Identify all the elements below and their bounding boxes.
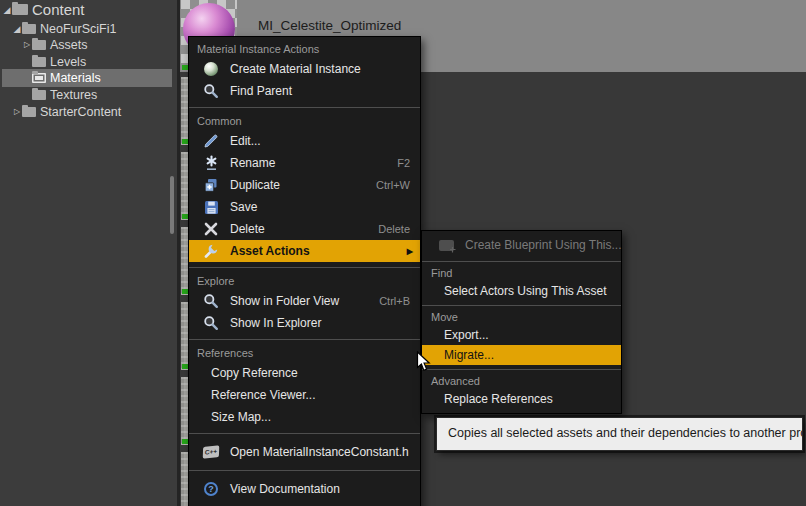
- menu-section-header-advanced: Advanced: [422, 373, 621, 389]
- menu-item-label: Copy Reference: [211, 366, 298, 380]
- sidebar-item-label: Assets: [50, 38, 88, 52]
- sidebar-item-label: Levels: [50, 55, 86, 69]
- folder-icon: [32, 57, 46, 67]
- menu-item-save[interactable]: Save: [189, 196, 420, 218]
- menu-item-size-map[interactable]: Size Map...: [189, 406, 420, 428]
- rename-icon: [201, 154, 221, 172]
- menu-item-label: Select Actors Using This Asset: [444, 284, 607, 298]
- menu-item-show-in-explorer[interactable]: Show In Explorer: [189, 312, 420, 334]
- menu-separator: [422, 261, 621, 262]
- menu-separator: [189, 433, 420, 434]
- material-sphere-icon: [201, 60, 221, 78]
- menu-item-create-material-instance[interactable]: Create Material Instance: [189, 58, 420, 80]
- menu-item-reference-viewer[interactable]: Reference Viewer...: [189, 384, 420, 406]
- migrate-tooltip: Copies all selected assets and their dep…: [436, 417, 803, 451]
- tree-expander-icon[interactable]: ▷: [12, 107, 22, 117]
- menu-separator: [189, 267, 420, 268]
- folder-icon: [22, 24, 36, 34]
- magnifier-icon: [201, 292, 221, 310]
- menu-item-export[interactable]: Export...: [422, 325, 621, 345]
- wrench-icon: [201, 242, 221, 260]
- help-icon: ?: [201, 480, 221, 498]
- panel-splitter[interactable]: [177, 0, 180, 506]
- content-browser-window: ◢Content◢NeoFurSciFi1▷AssetsLevelsMateri…: [0, 0, 806, 506]
- sidebar-item-materials[interactable]: Materials: [0, 70, 177, 87]
- asset-actions-submenu: Create Blueprint Using This...FindSelect…: [421, 230, 622, 414]
- menu-item-shortcut: Delete: [378, 223, 420, 235]
- menu-item-label: Save: [230, 200, 257, 214]
- menu-item-delete[interactable]: DeleteDelete: [189, 218, 420, 240]
- magnifier-icon: [201, 314, 221, 332]
- menu-section-header-find: Find: [422, 265, 621, 281]
- blueprint-icon: [436, 236, 456, 254]
- duplicate-icon: [201, 176, 221, 194]
- menu-item-label: Edit...: [230, 134, 261, 148]
- menu-separator: [422, 369, 621, 370]
- mouse-cursor: [416, 351, 432, 377]
- sidebar-scrollbar-thumb[interactable]: [170, 176, 174, 234]
- menu-item-label: Open MaterialInstanceConstant.h: [230, 445, 409, 459]
- submenu-arrow-icon: ▶: [407, 247, 420, 256]
- folder-icon: [32, 73, 46, 83]
- menu-item-edit[interactable]: Edit...: [189, 130, 420, 152]
- menu-section-header-references: References: [189, 344, 420, 362]
- menu-item-label: Show in Folder View: [230, 294, 339, 308]
- menu-item-label: View Documentation: [230, 482, 340, 496]
- menu-item-label: Migrate...: [444, 348, 494, 362]
- tree-expander-icon[interactable]: ◢: [2, 5, 12, 15]
- sidebar-item-assets[interactable]: ▷Assets: [0, 37, 177, 54]
- menu-separator: [189, 107, 420, 108]
- menu-item-shortcut: Ctrl+B: [379, 295, 420, 307]
- menu-section-header-move: Move: [422, 309, 621, 325]
- menu-item-label: Create Material Instance: [230, 62, 361, 76]
- menu-item-label: Export...: [444, 328, 489, 342]
- menu-item-label: Replace References: [444, 392, 553, 406]
- menu-item-select-actors-using-this-asset[interactable]: Select Actors Using This Asset: [422, 281, 621, 301]
- tree-expander-icon[interactable]: ◢: [12, 24, 22, 34]
- menu-item-open-materialinstanceconstant-h[interactable]: C++Open MaterialInstanceConstant.h: [189, 438, 420, 465]
- menu-item-show-in-folder-view[interactable]: Show in Folder ViewCtrl+B: [189, 290, 420, 312]
- folder-icon: [12, 4, 28, 15]
- menu-section-header-material-instance-actions: Material Instance Actions: [189, 40, 420, 58]
- save-icon: [201, 198, 221, 216]
- folder-icon: [32, 40, 46, 50]
- menu-item-copy-reference[interactable]: Copy Reference: [189, 362, 420, 384]
- menu-item-shortcut: F2: [397, 157, 420, 169]
- menu-item-label: Reference Viewer...: [211, 388, 316, 402]
- menu-item-view-documentation[interactable]: ?View Documentation: [189, 475, 420, 502]
- menu-item-rename[interactable]: RenameF2: [189, 152, 420, 174]
- menu-item-replace-references[interactable]: Replace References: [422, 389, 621, 409]
- menu-item-label: Delete: [230, 222, 265, 236]
- menu-item-shortcut: Ctrl+W: [376, 179, 420, 191]
- sidebar-item-neofurscifi1[interactable]: ◢NeoFurSciFi1: [0, 20, 177, 37]
- menu-item-find-parent[interactable]: Find Parent: [189, 80, 420, 102]
- sidebar-item-content[interactable]: ◢Content: [0, 1, 177, 18]
- sidebar-item-label: Materials: [50, 71, 101, 85]
- sidebar-item-levels[interactable]: Levels: [0, 53, 177, 70]
- menu-item-label: Show In Explorer: [230, 316, 321, 330]
- tree-expander-icon[interactable]: ▷: [22, 40, 32, 50]
- asset-name-label: MI_Celestite_Optimized: [258, 18, 401, 33]
- menu-item-label: Asset Actions: [230, 244, 310, 258]
- menu-item-label: Rename: [230, 156, 275, 170]
- menu-separator: [422, 305, 621, 306]
- menu-item-create-blueprint-using-this: Create Blueprint Using This...: [422, 233, 621, 257]
- delete-icon: [201, 220, 221, 238]
- sidebar-item-textures[interactable]: Textures: [0, 86, 177, 103]
- sidebar-item-startercontent[interactable]: ▷StarterContent: [0, 103, 177, 120]
- menu-item-duplicate[interactable]: DuplicateCtrl+W: [189, 174, 420, 196]
- magnifier-icon: [201, 82, 221, 100]
- cpp-icon: C++: [201, 443, 221, 461]
- menu-item-asset-actions[interactable]: Asset Actions▶: [189, 240, 420, 262]
- menu-item-label: Size Map...: [211, 410, 271, 424]
- context-menu: Material Instance ActionsCreate Material…: [188, 36, 421, 506]
- sidebar-item-label: Content: [32, 1, 85, 18]
- menu-separator: [189, 470, 420, 471]
- menu-item-migrate[interactable]: Migrate...: [422, 345, 621, 365]
- folder-tree-panel: ◢Content◢NeoFurSciFi1▷AssetsLevelsMateri…: [0, 0, 177, 506]
- folder-icon: [32, 90, 46, 100]
- sidebar-item-label: StarterContent: [40, 105, 121, 119]
- edit-icon: [201, 132, 221, 150]
- menu-item-label: Duplicate: [230, 178, 280, 192]
- menu-item-label: Create Blueprint Using This...: [465, 238, 622, 252]
